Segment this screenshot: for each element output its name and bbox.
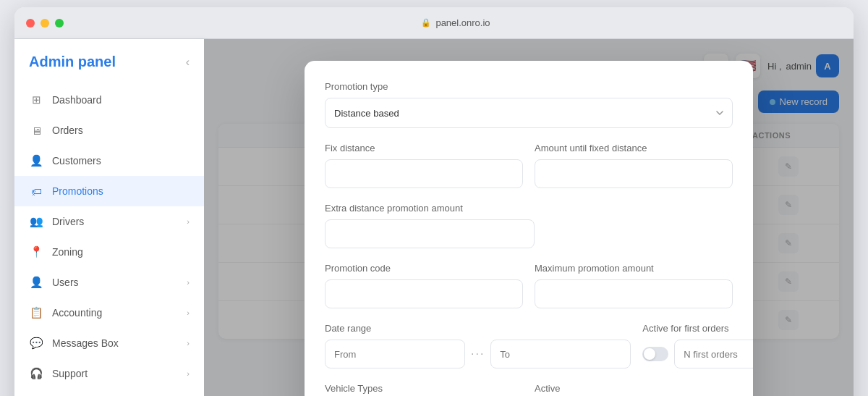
promotion-type-label: Promotion type [325, 81, 733, 92]
sidebar-title: Admin panel [29, 54, 116, 70]
promotion-type-group: Promotion type Distance based Fixed amou… [325, 81, 733, 128]
main-content: 🇺🇸 Hi , admin A Edit column [204, 39, 854, 396]
extra-distance-label: Extra distance promotion amount [325, 203, 733, 214]
amount-until-label: Amount until fixed distance [535, 143, 733, 153]
active-first-group: Active for first orders [642, 323, 753, 368]
active-group: Active [535, 383, 733, 396]
zoning-icon: 📍 [29, 245, 43, 259]
sidebar-item-messages-box[interactable]: 💬 Messages Box › [14, 328, 204, 358]
users-icon: 👤 [29, 275, 43, 290]
promotion-modal: Promotion type Distance based Fixed amou… [305, 61, 753, 396]
sidebar-collapse-btn[interactable]: ‹ [186, 56, 190, 69]
traffic-light-yellow[interactable] [41, 19, 49, 28]
promotions-icon: 🏷 [29, 184, 43, 198]
chevron-right-icon: › [187, 369, 190, 378]
date-to-input[interactable] [490, 340, 631, 368]
sidebar-item-label: Users [52, 277, 79, 288]
fix-distance-label: Fix distance [325, 143, 523, 153]
dashboard-icon: ⊞ [29, 93, 43, 107]
sidebar-item-services[interactable]: ⚙ Services [14, 389, 204, 396]
promo-code-row: Promotion code Maximum promotion amount [325, 263, 733, 308]
vehicle-active-row: Vehicle Types Active [325, 383, 733, 396]
drivers-icon: 👥 [29, 214, 43, 229]
chevron-right-icon: › [187, 339, 190, 347]
max-promotion-label: Maximum promotion amount [535, 263, 733, 274]
sidebar-item-label: Accounting [52, 307, 102, 319]
toggle-knob [644, 348, 655, 360]
date-from-input[interactable] [325, 340, 465, 368]
chevron-right-icon: › [187, 308, 190, 317]
date-active-row: Date range ··· Active for first orders [325, 323, 733, 368]
promotion-type-select[interactable]: Distance based Fixed amount Percentage [325, 98, 733, 128]
extra-distance-input[interactable] [325, 219, 535, 248]
sidebar-item-label: Drivers [52, 216, 84, 227]
promo-code-group: Promotion code [325, 263, 523, 308]
fix-distance-group: Fix distance [325, 143, 523, 188]
promo-code-input[interactable] [325, 279, 523, 308]
active-first-orders-row [642, 340, 753, 368]
sidebar: Admin panel ‹ ⊞ Dashboard 🖥 Orders 👤 Cus… [14, 39, 204, 396]
modal-overlay: Promotion type Distance based Fixed amou… [204, 39, 854, 396]
browser-window: 🔒 panel.onro.io Admin panel ‹ ⊞ Dashboar… [14, 7, 854, 396]
sidebar-item-label: Zoning [52, 246, 83, 258]
sidebar-item-promotions[interactable]: 🏷 Promotions [14, 176, 204, 206]
sidebar-item-dashboard[interactable]: ⊞ Dashboard [14, 85, 204, 115]
promo-code-label: Promotion code [325, 263, 523, 274]
sidebar-item-label: Orders [52, 125, 83, 136]
sidebar-item-label: Promotions [52, 185, 103, 197]
address-bar: 🔒 panel.onro.io [69, 17, 842, 28]
date-range-label: Date range [325, 323, 631, 334]
date-separator: ··· [471, 347, 485, 361]
customers-icon: 👤 [29, 153, 43, 168]
sidebar-item-zoning[interactable]: 📍 Zoning [14, 237, 204, 267]
app-layout: Admin panel ‹ ⊞ Dashboard 🖥 Orders 👤 Cus… [14, 39, 854, 396]
date-range-inputs: ··· [325, 340, 631, 368]
sidebar-item-orders[interactable]: 🖥 Orders [14, 115, 204, 146]
sidebar-item-label: Customers [52, 155, 101, 167]
traffic-light-green[interactable] [55, 19, 64, 28]
chevron-right-icon: › [187, 217, 190, 226]
sidebar-item-label: Messages Box [52, 337, 119, 349]
sidebar-header: Admin panel ‹ [14, 54, 204, 85]
amount-until-group: Amount until fixed distance [535, 143, 733, 188]
active-label: Active [535, 383, 733, 394]
date-range-group: Date range ··· [325, 323, 631, 368]
sidebar-item-accounting[interactable]: 📋 Accounting › [14, 298, 204, 328]
sidebar-item-users[interactable]: 👤 Users › [14, 267, 204, 298]
max-promotion-input[interactable] [535, 279, 733, 308]
sidebar-item-label: Dashboard [52, 94, 102, 106]
sidebar-item-support[interactable]: 🎧 Support › [14, 358, 204, 389]
orders-icon: 🖥 [29, 123, 43, 138]
vehicle-types-group: Vehicle Types [325, 383, 523, 396]
traffic-light-red[interactable] [26, 19, 35, 28]
max-promotion-group: Maximum promotion amount [535, 263, 733, 308]
sidebar-nav: ⊞ Dashboard 🖥 Orders 👤 Customers 🏷 Promo… [14, 85, 204, 396]
fix-distance-input[interactable] [325, 159, 523, 188]
sidebar-item-label: Support [52, 368, 88, 379]
fix-distance-row: Fix distance Amount until fixed distance [325, 143, 733, 188]
url-text: panel.onro.io [435, 17, 490, 28]
accounting-icon: 📋 [29, 306, 43, 320]
extra-distance-group: Extra distance promotion amount [325, 203, 733, 248]
chevron-right-icon: › [187, 278, 190, 287]
lock-icon: 🔒 [421, 18, 431, 28]
messages-icon: 💬 [29, 336, 43, 350]
vehicle-types-label: Vehicle Types [325, 383, 523, 394]
browser-chrome: 🔒 panel.onro.io [14, 7, 854, 39]
active-first-label: Active for first orders [642, 323, 753, 334]
amount-until-input[interactable] [535, 159, 733, 188]
sidebar-item-customers[interactable]: 👤 Customers [14, 146, 204, 176]
n-first-orders-input[interactable] [674, 340, 753, 368]
first-orders-toggle[interactable] [642, 347, 668, 361]
support-icon: 🎧 [29, 366, 43, 381]
sidebar-item-drivers[interactable]: 👥 Drivers › [14, 206, 204, 237]
